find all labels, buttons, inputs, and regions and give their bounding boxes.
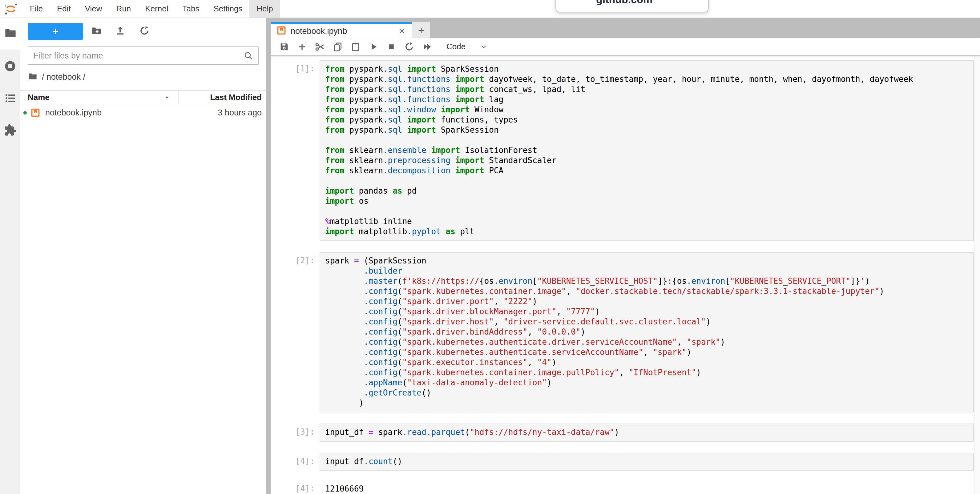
cell-output: [4]:12106669 — [271, 480, 974, 494]
interrupt-kernel-button[interactable] — [382, 40, 400, 54]
upload-button[interactable] — [110, 23, 131, 40]
code-line: .config("spark.kubernetes.authenticate.d… — [325, 337, 969, 347]
copy-cells-button[interactable] — [329, 40, 347, 54]
filter-files-input[interactable] — [28, 51, 243, 60]
restart-kernel-button[interactable] — [400, 40, 418, 54]
run-all-cells-icon — [422, 41, 432, 52]
upload-icon — [115, 25, 126, 38]
run-all-cells-button[interactable] — [418, 40, 436, 54]
code-cell-3: [3]:input_df = spark.read.parquet("hdfs:… — [271, 424, 974, 442]
code-line: input_df = spark.read.parquet("hdfs://hd… — [325, 427, 969, 437]
cell-editor[interactable]: input_df = spark.read.parquet("hdfs://hd… — [320, 424, 974, 442]
code-line: .config("spark.driver.port", "2222") — [325, 296, 969, 307]
file-list: notebook.ipynb3 hours ago — [20, 104, 266, 121]
cell-type-select[interactable]: Code — [446, 42, 488, 51]
new-folder-icon — [91, 25, 102, 38]
insert-cell-below-icon — [297, 41, 307, 52]
close-tab-icon[interactable] — [396, 25, 407, 37]
cell-editor[interactable]: spark = (SparkSession .builder .master(f… — [320, 252, 974, 413]
code-line: .config("spark.kubernetes.container.imag… — [325, 367, 969, 378]
tab-label: notebook.ipynb — [291, 27, 347, 36]
cell-editor[interactable]: from pyspark.sql import SparkSessionfrom… — [320, 60, 974, 241]
run-cell-button[interactable] — [364, 40, 382, 54]
code-line: .getOrCreate() — [325, 388, 969, 398]
notebook-toolbar: Code — [271, 38, 980, 56]
new-tab-button[interactable]: + — [412, 22, 430, 38]
column-header-last-modified[interactable]: Last Modified — [178, 91, 266, 104]
code-line: import pandas as pd — [325, 186, 969, 196]
column-header-name[interactable]: Name — [20, 91, 178, 104]
kernel-running-indicator — [24, 111, 27, 114]
popup-text: github.com — [596, 0, 652, 6]
save-icon — [279, 41, 290, 52]
code-line: .builder — [325, 266, 969, 276]
notebook-file-icon — [277, 25, 286, 37]
plus-icon: + — [418, 24, 424, 37]
insert-cell-below-button[interactable] — [293, 40, 311, 54]
main-dock: notebook.ipynb + Code [1]:from pyspark.s… — [271, 17, 980, 494]
filter-box — [28, 46, 259, 65]
folder-icon[interactable] — [28, 71, 38, 83]
code-line: from pyspark.sql import SparkSession — [325, 64, 969, 74]
puzzle-icon — [4, 124, 17, 138]
new-folder-button[interactable] — [86, 23, 107, 40]
code-line: %matplotlib inline — [325, 216, 969, 227]
code-cell-1: [1]:from pyspark.sql import SparkSession… — [271, 60, 974, 241]
menu-item-view[interactable]: View — [78, 0, 109, 17]
code-line: from sklearn.decomposition import PCA — [325, 165, 969, 176]
dock-tab-bar: notebook.ipynb + — [271, 17, 980, 38]
file-last-modified: 3 hours ago — [218, 108, 266, 118]
jupyter-logo-icon — [4, 0, 18, 17]
code-line — [325, 176, 969, 186]
menu-item-file[interactable]: File — [23, 0, 50, 17]
notebook-scrollbar[interactable] — [974, 56, 980, 494]
file-browser-panel: + — [20, 17, 266, 494]
panel-splitter[interactable] — [266, 17, 271, 494]
code-line: import matplotlib.pyplot as plt — [325, 227, 969, 237]
refresh-icon — [139, 25, 150, 38]
refresh-button[interactable] — [134, 23, 155, 40]
menu-item-edit[interactable]: Edit — [50, 0, 78, 17]
cell-input-prompt: [3]: — [271, 424, 320, 442]
file-row[interactable]: notebook.ipynb3 hours ago — [20, 104, 266, 121]
plus-icon: + — [52, 25, 59, 38]
menu-item-run[interactable]: Run — [109, 0, 138, 17]
menu-item-help[interactable]: Help — [250, 0, 280, 17]
sidebar-tab-running-sessions[interactable] — [0, 51, 20, 83]
sort-ascending-icon — [164, 94, 170, 100]
menu-item-kernel[interactable]: Kernel — [138, 0, 175, 17]
cell-input-prompt: [1]: — [271, 60, 320, 241]
code-line: .config("spark.driver.bindAddress", "0.0… — [325, 327, 969, 337]
code-line: from pyspark.sql.window import Window — [325, 105, 969, 115]
code-line: input_df.count() — [325, 456, 969, 467]
code-line: .config("spark.kubernetes.container.imag… — [325, 286, 969, 296]
sidebar-tab-extensions[interactable] — [0, 115, 20, 147]
code-line: import os — [325, 196, 969, 206]
copy-cells-icon — [332, 41, 343, 52]
cell-type-value: Code — [446, 42, 466, 51]
code-line: .config("spark.kubernetes.authenticate.s… — [325, 347, 969, 357]
tab-notebook[interactable]: notebook.ipynb — [271, 22, 412, 38]
menu-item-tabs[interactable]: Tabs — [175, 0, 206, 17]
cell-editor[interactable]: input_df.count() — [320, 453, 974, 471]
paste-cells-button[interactable] — [347, 40, 364, 54]
sidebar-tab-file-browser[interactable] — [0, 17, 21, 49]
code-line: from pyspark.sql.functions import concat… — [325, 84, 969, 94]
file-browser-actions: + — [28, 23, 259, 40]
code-line: from pyspark.sql import SparkSession — [325, 125, 969, 135]
activity-bar — [0, 17, 20, 494]
code-line: .config("spark.executor.instances", "4") — [325, 357, 969, 367]
code-line: from pyspark.sql import functions, types — [325, 115, 969, 125]
cut-cells-button[interactable] — [311, 40, 329, 54]
save-button[interactable] — [275, 40, 293, 54]
cell-output-text: 12106669 — [320, 480, 364, 494]
cell-output-prompt: [4]: — [271, 480, 320, 494]
code-line — [325, 135, 969, 145]
breadcrumb-path[interactable]: / notebook / — [42, 72, 85, 82]
sidebar-tab-table-of-contents[interactable] — [0, 83, 20, 115]
menu-item-settings[interactable]: Settings — [206, 0, 250, 17]
code-line: .config("spark.driver.host", "driver-ser… — [325, 317, 969, 327]
run-cell-icon — [368, 41, 379, 52]
new-launcher-button[interactable]: + — [28, 23, 83, 40]
paste-cells-icon — [350, 41, 361, 52]
